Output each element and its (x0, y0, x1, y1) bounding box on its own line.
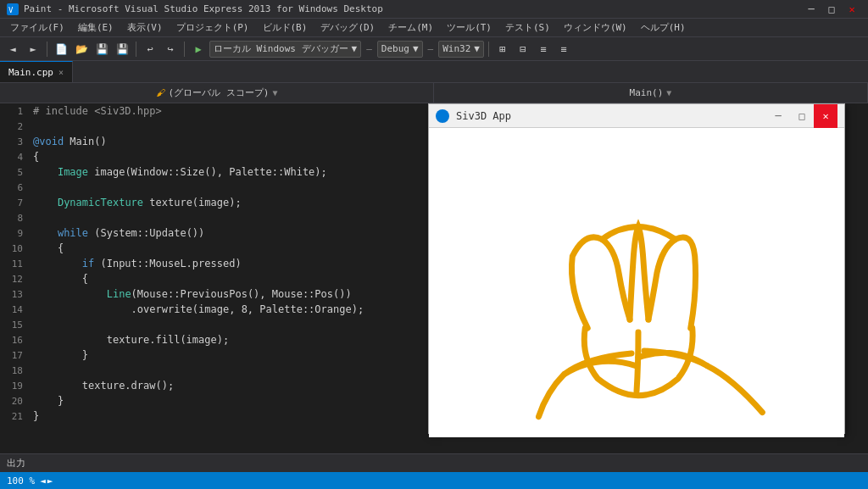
forward-btn[interactable]: ► (24, 40, 42, 58)
token: (Mouse::PreviousPos(), Mouse::Pos()) (131, 288, 352, 300)
token (33, 288, 107, 300)
line-number-14: 14 (0, 304, 30, 315)
code-line-4: 4{ (0, 149, 432, 164)
token: # include <Siv3D.hpp> (33, 105, 162, 117)
line-number-19: 19 (0, 381, 30, 392)
title-bar: V Paint - Microsoft Visual Studio Expres… (0, 0, 868, 19)
menu-view[interactable]: 表示(V) (120, 19, 170, 36)
line-content-12: { (30, 273, 88, 285)
token: Line (107, 288, 131, 300)
token: } (33, 349, 88, 361)
save-all-btn[interactable]: 💾 (113, 40, 131, 58)
sep4 (488, 42, 489, 57)
menu-window[interactable]: ウィンドウ(W) (557, 19, 634, 36)
code-line-12: 12 { (0, 271, 432, 286)
line-content-19: texture.draw(); (30, 380, 174, 392)
menu-project[interactable]: プロジェクト(P) (170, 19, 256, 36)
token: DynamicTexture (58, 197, 143, 208)
redo-btn[interactable]: ↪ (161, 40, 180, 58)
context-function[interactable]: Main() ▼ (434, 83, 868, 103)
menu-build[interactable]: ビルド(B) (256, 19, 314, 36)
code-editor[interactable]: 1# include <Siv3D.hpp>2 3@void Main()4{5… (0, 103, 432, 453)
tb-btn4[interactable]: ≡ (554, 40, 573, 58)
code-line-5: 5 Image image(Window::Size(), Palette::W… (0, 164, 432, 180)
line-number-18: 18 (0, 365, 30, 376)
app-canvas (429, 128, 844, 437)
save-btn[interactable]: 💾 (92, 40, 111, 58)
ide-window: V Paint - Microsoft Visual Studio Expres… (0, 0, 868, 489)
line-number-10: 10 (0, 243, 30, 254)
code-line-8: 8 (0, 210, 432, 225)
code-line-6: 6 (0, 180, 432, 195)
code-line-3: 3@void Main() (0, 134, 432, 149)
token (33, 258, 82, 270)
menu-file[interactable]: ファイル(F) (3, 19, 71, 36)
sep3 (184, 42, 185, 57)
new-btn[interactable]: 📄 (52, 40, 70, 58)
token: Main() (64, 136, 107, 147)
menu-help[interactable]: ヘルプ(H) (634, 19, 693, 36)
line-number-12: 12 (0, 274, 30, 285)
app-icon (436, 109, 449, 123)
context-bar: 🖌 (グローバル スコープ) ▼ Main() ▼ (0, 83, 868, 103)
token: texture(image); (143, 197, 242, 208)
code-line-1: 1# include <Siv3D.hpp> (0, 103, 432, 119)
tb-btn2[interactable]: ⊟ (514, 40, 532, 58)
debug-target-dropdown[interactable]: ローカル Windows デバッガー ▼ (209, 41, 361, 58)
status-bar: 100 % ◄ ► (0, 472, 868, 489)
menu-team[interactable]: チーム(M) (381, 19, 440, 36)
window-maximize-btn[interactable]: □ (822, 0, 841, 19)
line-number-5: 5 (0, 167, 30, 178)
token: texture.fill(image); (33, 334, 229, 346)
line-number-3: 3 (0, 136, 30, 147)
line-content-21: } (30, 410, 39, 422)
tab-label: Main.cpp (8, 67, 53, 78)
tb-btn3[interactable]: ≡ (534, 40, 553, 58)
app-minimize-btn[interactable]: ─ (766, 104, 790, 128)
code-line-2: 2 (0, 119, 432, 134)
tb-btn1[interactable]: ⊞ (493, 40, 512, 58)
open-btn[interactable]: 📂 (72, 40, 91, 58)
tab-close-btn[interactable]: × (58, 68, 64, 77)
platform-dropdown[interactable]: Win32 ▼ (438, 41, 484, 58)
menu-test[interactable]: テスト(S) (498, 19, 557, 36)
code-line-9: 9 while (System::Update()) (0, 225, 432, 241)
line-number-17: 17 (0, 350, 30, 361)
sep2 (136, 42, 136, 57)
line-content-8 (30, 212, 39, 224)
code-line-15: 15 (0, 317, 432, 332)
token (33, 197, 58, 208)
token: } (33, 395, 64, 407)
svg-point-1 (438, 112, 447, 120)
menu-tools[interactable]: ツール(T) (440, 19, 498, 36)
code-line-13: 13 Line(Mouse::PreviousPos(), Mouse::Pos… (0, 286, 432, 302)
line-content-7: DynamicTexture texture(image); (30, 197, 242, 208)
window-minimize-btn[interactable]: ─ (802, 0, 821, 19)
back-btn[interactable]: ◄ (3, 40, 22, 58)
line-number-20: 20 (0, 396, 30, 407)
code-line-20: 20 } (0, 393, 432, 408)
line-content-5: Image image(Window::Size(), Palette::Whi… (30, 166, 327, 178)
function-label: Main() (630, 87, 664, 98)
app-maximize-btn[interactable]: □ (790, 104, 814, 128)
menu-edit[interactable]: 編集(E) (71, 19, 120, 36)
line-number-4: 4 (0, 152, 30, 163)
code-line-16: 16 texture.fill(image); (0, 332, 432, 347)
token: texture.draw(); (33, 380, 174, 392)
token: if (82, 258, 94, 270)
tab-main-cpp[interactable]: Main.cpp × (0, 61, 73, 82)
play-btn[interactable]: ▶ (189, 40, 208, 58)
scope-label: (グローバル スコープ) (169, 86, 270, 99)
token: (Input::MouseL.pressed) (94, 258, 241, 270)
config-dropdown[interactable]: Debug ▼ (377, 41, 423, 58)
line-number-8: 8 (0, 213, 30, 224)
menu-debug[interactable]: デバッグ(D) (314, 19, 381, 36)
token: image(Window::Size(), Palette::White); (88, 166, 327, 178)
token: (System::Update()) (88, 227, 204, 239)
window-close-btn[interactable]: ✕ (843, 0, 861, 19)
line-content-14: .overwrite(image, 8, Palette::Orange); (30, 303, 364, 315)
tab-bar: Main.cpp × (0, 61, 868, 83)
context-scope[interactable]: 🖌 (グローバル スコープ) ▼ (0, 83, 434, 103)
app-close-btn[interactable]: ✕ (814, 104, 837, 128)
undo-btn[interactable]: ↩ (141, 40, 159, 58)
